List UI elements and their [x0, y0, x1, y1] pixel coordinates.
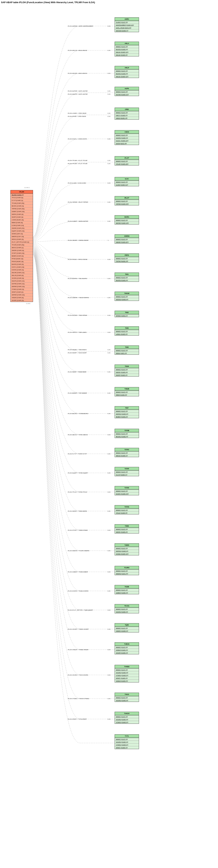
cardinality-label: 0..N — [108, 182, 110, 184]
target-table: ANLHMANDT [CLNT (3)]BUKRS [CHAR (4)]ANLN… — [115, 66, 139, 78]
source-field: TPLMA [CHAR (30)] — [10, 202, 33, 205]
target-field: NATION [CHAR (1)] — [115, 29, 139, 32]
source-field: TPLNR [CHAR (30)] — [10, 243, 33, 246]
target-table: T006MANDT [CLNT (3)]MSEHI [UNIT (3)] — [115, 345, 139, 355]
target-table-header: ADRC — [115, 18, 139, 21]
target-field: SPART [CHAR (2)] — [115, 677, 139, 679]
relation-label: IFLOH-ABCKZ = T370C-ABCKZ — [68, 434, 88, 436]
target-field: MANDT [CLNT (3)] — [115, 452, 139, 454]
target-field: MANDT [CLNT (3)] — [115, 160, 139, 162]
source-field: FLTYP [CHAR (1)] — [10, 199, 33, 202]
target-field: MANDT [CLNT (3)] — [115, 238, 139, 241]
target-table-header: T399I — [115, 524, 139, 528]
relation-label: IFLOH-PROID = PRPS-PSPNR — [68, 259, 87, 260]
source-field: SWERK [CHAR (4)] — [10, 249, 33, 252]
target-field: VKORG [CHAR (4)] — [115, 699, 139, 702]
source-field: IFLOT_SRTYPE [CHAR (2)] — [10, 241, 33, 243]
target-table: TVKBZMANDT [CLNT (3)]VKORG [CHAR (4)]VTW… — [115, 665, 139, 682]
source-field: RBNR [CHAR (9)] — [10, 221, 33, 224]
relation-label: IFLOH-STORT = T499S-STAND — [68, 529, 88, 531]
relation-label: IFLOH-VKBUR = TVKBZ-VKBUR — [68, 649, 88, 650]
target-table: TCURCMANDT [CLNT (3)]WAERS [CUKY (5)] — [115, 566, 139, 575]
cardinality-label: 0..N — [108, 93, 110, 95]
target-table-header: T370K — [115, 486, 139, 490]
source-field: IWERK [CHAR (4)] — [10, 213, 33, 216]
cardinality-label: 0..N — [108, 609, 110, 611]
source-field: BEBER [CHAR (3)] — [10, 254, 33, 257]
target-field: SPART [CHAR (2)] — [115, 746, 139, 749]
cardinality-label: 0..N — [108, 349, 110, 350]
target-field: MANDT [CLNT (3)] — [115, 738, 139, 741]
source-field: PROID [NUMC (8)] — [10, 260, 33, 263]
target-field: LAND1 [CHAR (3)] — [115, 333, 139, 335]
source-field: ABCKZ [CHAR (1)] — [10, 246, 33, 249]
relation-label: IFLOH-SPART = TVTA-SPART — [68, 718, 87, 720]
relation-label: IFLOH-MLANG = T002-SPRAS — [68, 315, 87, 316]
cardinality-label: 0..N — [108, 472, 110, 474]
target-field: MANDT [CLNT (3)] — [115, 111, 139, 114]
relation-label: IFLOH-WAERS = TCURC-WAERS — [68, 550, 89, 552]
target-field: TPLKZ [CHAR (5)] — [115, 512, 139, 514]
target-field: ADDRNUMBER [CHAR (10)] — [115, 24, 139, 26]
target-table-header: T370F — [115, 467, 139, 470]
target-table: TVBVKMANDT [CLNT (3)]VKBUR [CHAR (4)]VKG… — [115, 642, 139, 654]
target-field: EQART [CHAR (10)] — [115, 492, 139, 495]
target-table: MARAMANDT [CLNT (3)]MATNR [CHAR (18)] — [115, 215, 139, 224]
target-table-header: IFLOT — [115, 156, 139, 160]
target-table-header: TQ80 — [115, 623, 139, 627]
source-field: PPSID [NUMC (8)] — [10, 257, 33, 260]
cardinality-label: 0..N — [108, 90, 110, 92]
source-field: STORT [CHAR (10)] — [10, 252, 33, 254]
target-field: INGRP [CHAR (3)] — [115, 374, 139, 376]
target-field: VKGRP [CHAR (3)] — [115, 651, 139, 654]
relation-label: IFLOH-VKORG = TVKO-VKORG — [68, 674, 88, 676]
target-field: MANDT [CLNT (3)] — [115, 134, 139, 136]
relation-label: IFLOH-BUKRS = T001-BUKRS — [68, 278, 87, 279]
target-table: ADRCCLIENT [CLNT (3)]ADDRNUMBER [CHAR (1… — [115, 18, 139, 32]
source-field: SPART [CHAR (2)] — [10, 290, 33, 293]
relation-label: IFLOH-TPLKZ = T370S-TPLKZ — [68, 491, 87, 493]
target-table-header: ONR00 — [115, 235, 139, 238]
cardinality-label: 0..N — [108, 550, 110, 552]
target-field: MANDT [CLNT (3)] — [115, 257, 139, 260]
relation-label: IFLOH-BEBER = T357-BEBER — [68, 392, 87, 394]
target-table-header: T352B — [115, 387, 139, 391]
target-field: MANDT [CLNT (3)] — [115, 330, 139, 333]
target-field: BUKRS [CHAR (4)] — [115, 72, 139, 75]
target-table-header: CRID — [115, 108, 139, 111]
target-table-header: TKA01 — [115, 604, 139, 608]
target-field: MANDT [CLNT (3)] — [115, 669, 139, 671]
target-table: T352BMANDT [CLNT (3)]RBNR [CHAR (9)] — [115, 387, 139, 396]
target-field: WAERS [CUKY (5)] — [115, 572, 139, 575]
cardinality-label: 0..N — [108, 392, 110, 394]
target-table: T357MANDT [CLNT (3)]WERKS [CHAR (4)]BEBE… — [115, 406, 139, 418]
relation-label: IFLOH-GEWEI = T006-MSEHI — [68, 349, 87, 350]
target-field: IWERK [CHAR (4)] — [115, 371, 139, 374]
source-field: KOSTL [CHAR (10)] — [10, 266, 33, 268]
source-field: HERLD [CHAR (3)] — [10, 238, 33, 241]
relation-label: IFLOH-VTWEG = TVKOV-VTWEG — [68, 698, 89, 700]
relation-label: IFLOH-ANLNR = ANLH-ANLN1 — [68, 72, 87, 74]
target-field: VTWEG [CHAR (2)] — [115, 721, 139, 723]
target-field: STAND [CHAR (10)] — [115, 552, 139, 555]
target-field: MATNR [CHAR (18)] — [115, 221, 139, 224]
target-table-header: T357 — [115, 406, 139, 410]
source-field: OBJNR [CHAR (22)] — [10, 227, 33, 229]
target-field: MANDT [CLNT (3)] — [115, 410, 139, 412]
target-table-header: T370C — [115, 448, 139, 452]
target-field: MANDT [CLNT (3)] — [115, 199, 139, 203]
source-field: TRPNR [CHAR (30)] — [10, 207, 33, 210]
target-field: BUKRS [CHAR (4)] — [115, 48, 139, 51]
relation-label: IFLOH-DAUFN = AUFK-AUFNR — [68, 93, 88, 95]
cardinality-label: 0..N — [108, 315, 110, 316]
cardinality-label: 0..N — [108, 220, 110, 222]
relation-label: IFLOH-ANLUN = ANLA-ANLN2 — [68, 50, 87, 51]
target-table: T370KMANDT [CLNT (3)]EQART [CHAR (10)] — [115, 486, 139, 495]
source-field: ANLUN [CHAR (4)] — [10, 274, 33, 277]
target-field: TPLNR [CHAR (30)] — [115, 162, 139, 165]
target-table: PRPSMANDT [CLNT (3)]PSPNR [NUMC (8)] — [115, 253, 139, 262]
target-table-header: T001 — [115, 273, 139, 276]
source-field: ANLNR [CHAR (12)] — [10, 271, 33, 274]
source-field: DAUFN [CHAR (12)] — [10, 279, 33, 282]
source-field: MLANG [LANG (1)] — [10, 193, 33, 196]
